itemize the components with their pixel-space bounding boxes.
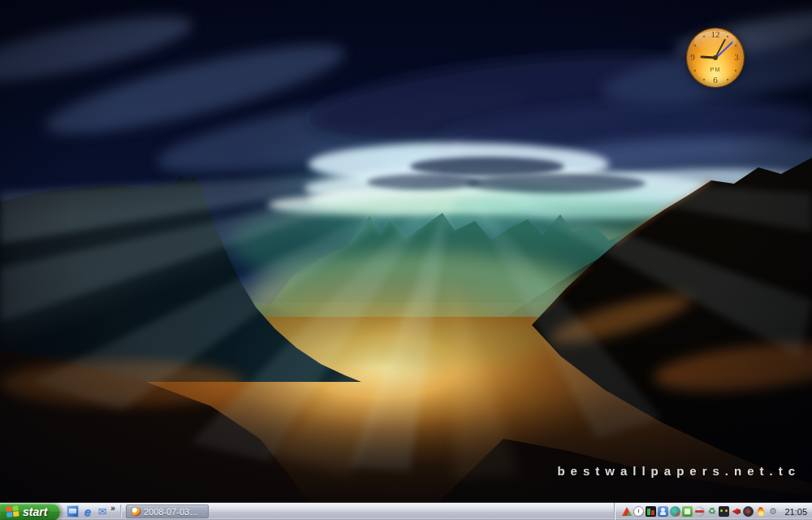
clock-tick — [727, 36, 728, 37]
quick-launch-bar: e ✉ » — [60, 503, 119, 520]
clock-tick — [694, 70, 696, 72]
clock-tick — [703, 36, 705, 37]
taskbar-window-button[interactable]: 2008-07-03_20... — [126, 505, 209, 518]
clock-number-6: 6 — [710, 76, 721, 84]
system-tray: ♻ ⚙ 21:05 — [614, 503, 812, 520]
quick-launch-overflow-chevron-icon[interactable]: » — [110, 505, 115, 513]
show-desktop-icon[interactable] — [67, 505, 79, 518]
shield-tray-icon[interactable] — [694, 506, 705, 517]
clock-tray-icon[interactable] — [633, 506, 644, 517]
messenger-tray-icon[interactable] — [658, 506, 668, 517]
wallpaper-watermark: bestwallpapers.net.tc — [557, 464, 801, 478]
volume-horn-tray-icon[interactable] — [731, 506, 741, 517]
start-button[interactable]: start — [0, 503, 60, 520]
clock-tick — [735, 70, 736, 72]
clock-number-3: 3 — [731, 53, 742, 62]
tray-clock[interactable]: 21:05 — [784, 507, 807, 517]
desktop[interactable]: bestwallpapers.net.tc 12 3 6 9 PM start — [0, 0, 812, 520]
media-tray-icon[interactable] — [719, 506, 729, 517]
taskbar: start e ✉ » 2008-07-03_20... ♻ — [0, 502, 812, 520]
gear-tray-icon[interactable]: ⚙ — [767, 506, 778, 517]
clock-gadget[interactable]: 12 3 6 9 PM — [686, 28, 745, 88]
recycle-tray-icon[interactable]: ♻ — [706, 506, 717, 517]
start-button-label: start — [23, 505, 47, 518]
flame-tray-icon[interactable] — [755, 506, 766, 517]
clock-tick — [727, 79, 728, 80]
windows-logo-icon — [6, 505, 19, 518]
taskbar-empty-area — [211, 503, 615, 520]
teal-app-tray-icon[interactable] — [670, 506, 680, 517]
taskbar-separator — [120, 505, 122, 518]
internet-explorer-icon[interactable]: e — [81, 505, 93, 518]
clock-tick — [703, 79, 705, 80]
clock-tick — [735, 45, 736, 46]
camera-tray-icon[interactable] — [743, 506, 754, 517]
clock-tick — [694, 45, 696, 46]
clock-hub — [713, 55, 718, 60]
outlook-express-icon[interactable]: ✉ — [96, 505, 108, 518]
system-monitor-tray-icon[interactable] — [646, 506, 656, 517]
green-window-tray-icon[interactable] — [682, 506, 693, 517]
clock-number-9: 9 — [687, 53, 698, 62]
image-viewer-icon — [132, 507, 140, 516]
taskbar-window-button-label: 2008-07-03_20... — [144, 507, 203, 517]
clock-number-12: 12 — [710, 30, 721, 39]
red-triangle-tray-icon[interactable] — [621, 506, 632, 517]
